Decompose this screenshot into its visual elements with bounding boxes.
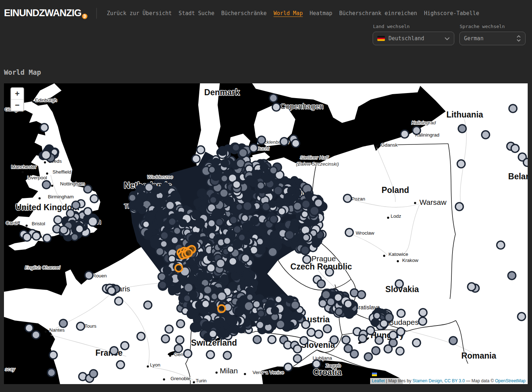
map-marker[interactable] xyxy=(258,136,265,144)
map-marker[interactable] xyxy=(59,319,67,327)
map-marker[interactable] xyxy=(294,345,301,353)
map-marker[interactable] xyxy=(231,325,239,333)
map-marker[interactable] xyxy=(350,350,358,358)
map-marker[interactable] xyxy=(282,314,291,322)
map-marker[interactable] xyxy=(272,103,280,111)
map-marker[interactable] xyxy=(47,369,55,377)
map-marker[interactable] xyxy=(395,280,403,288)
map-marker[interactable] xyxy=(323,325,331,333)
map-marker[interactable] xyxy=(269,94,277,102)
map-marker[interactable] xyxy=(274,186,282,195)
map-marker[interactable] xyxy=(192,155,200,163)
map-marker-orange[interactable] xyxy=(218,305,225,312)
map-marker[interactable] xyxy=(177,320,185,328)
map-marker[interactable] xyxy=(202,195,208,201)
attribution-link[interactable]: Stamen Design xyxy=(413,378,442,383)
map-marker[interactable] xyxy=(187,309,196,318)
map-marker[interactable] xyxy=(257,310,264,317)
nav-link-highscore-tabelle[interactable]: Highscore-Tabelle xyxy=(424,10,479,17)
map-marker[interactable] xyxy=(192,211,200,219)
map-marker[interactable] xyxy=(165,325,173,333)
map-marker[interactable] xyxy=(233,181,241,189)
map-marker[interactable] xyxy=(174,345,182,352)
map-marker[interactable] xyxy=(155,217,163,224)
map-marker[interactable] xyxy=(250,144,258,152)
map-marker[interactable] xyxy=(190,323,199,332)
map-marker[interactable] xyxy=(244,278,253,286)
map-marker[interactable] xyxy=(195,218,205,228)
map-marker[interactable] xyxy=(223,351,231,359)
map-marker[interactable] xyxy=(246,294,253,300)
attribution-link[interactable]: Leaflet xyxy=(372,378,385,383)
map-marker[interactable] xyxy=(511,144,519,152)
map-marker[interactable] xyxy=(115,297,123,305)
map-marker[interactable] xyxy=(23,233,31,241)
map-marker[interactable] xyxy=(518,313,526,320)
map-marker[interactable] xyxy=(374,312,381,319)
map-marker[interactable] xyxy=(455,203,463,211)
language-select[interactable]: German xyxy=(459,32,526,45)
map-marker[interactable] xyxy=(312,240,320,247)
map-marker[interactable] xyxy=(326,268,333,276)
map-marker[interactable] xyxy=(166,201,174,210)
map-marker[interactable] xyxy=(358,291,365,299)
map-marker[interactable] xyxy=(204,286,212,294)
map-marker[interactable] xyxy=(164,267,171,274)
map-marker[interactable] xyxy=(214,321,220,328)
map-marker[interactable] xyxy=(509,105,517,112)
nav-link-heatmap[interactable]: Heatmap xyxy=(310,10,332,17)
map-marker[interactable] xyxy=(239,148,247,157)
map-marker[interactable] xyxy=(327,298,335,306)
map-marker[interactable] xyxy=(184,350,192,358)
map-marker[interactable] xyxy=(389,339,397,347)
map-marker[interactable] xyxy=(136,185,144,193)
map-marker[interactable] xyxy=(303,234,310,241)
map-marker[interactable] xyxy=(344,300,352,308)
map-marker[interactable] xyxy=(253,301,260,308)
map-marker[interactable] xyxy=(275,296,282,303)
map-marker[interactable] xyxy=(314,199,323,207)
map-marker[interactable] xyxy=(40,124,48,132)
map-marker[interactable] xyxy=(221,160,228,167)
map-marker[interactable] xyxy=(292,139,300,147)
map-marker[interactable] xyxy=(155,198,164,207)
map-marker[interactable] xyxy=(300,337,308,345)
map-marker[interactable] xyxy=(183,295,191,302)
map-marker[interactable] xyxy=(143,221,150,228)
map-marker[interactable] xyxy=(319,300,327,307)
map-marker[interactable] xyxy=(221,275,228,282)
map-marker[interactable] xyxy=(42,181,50,189)
map-marker[interactable] xyxy=(344,194,351,202)
map-marker[interactable] xyxy=(364,353,372,361)
map-marker[interactable] xyxy=(291,301,300,309)
map-marker[interactable] xyxy=(171,237,178,244)
map-marker[interactable] xyxy=(280,138,288,146)
map-marker[interactable] xyxy=(285,230,294,239)
map-marker[interactable] xyxy=(90,370,97,378)
map-marker[interactable] xyxy=(302,200,310,209)
map-marker[interactable] xyxy=(330,336,338,344)
map-marker[interactable] xyxy=(413,126,420,134)
map-marker[interactable] xyxy=(294,355,301,363)
map-marker[interactable] xyxy=(213,158,219,165)
map-marker[interactable] xyxy=(121,342,129,350)
map-marker[interactable] xyxy=(294,202,302,210)
map-marker[interactable] xyxy=(32,331,40,339)
map-marker[interactable] xyxy=(90,195,98,203)
map-marker[interactable] xyxy=(269,215,277,223)
nav-link-stadt-suche[interactable]: Stadt Suche xyxy=(179,10,214,17)
map-marker[interactable] xyxy=(160,240,167,247)
map-marker[interactable] xyxy=(229,216,237,224)
map-marker[interactable] xyxy=(220,189,228,197)
map-marker[interactable] xyxy=(233,240,242,249)
map-marker[interactable] xyxy=(110,347,118,355)
map-marker[interactable] xyxy=(307,328,315,336)
map-marker[interactable] xyxy=(42,151,51,160)
map-marker[interactable] xyxy=(284,193,292,202)
map-marker[interactable] xyxy=(457,160,465,168)
map-marker[interactable] xyxy=(359,335,367,342)
map-marker[interactable] xyxy=(396,347,404,355)
einundzwanzig-logo[interactable]: EINUNDZWANZIG ₿ xyxy=(4,8,87,19)
map-marker[interactable] xyxy=(184,283,193,292)
map-marker[interactable] xyxy=(25,324,33,332)
